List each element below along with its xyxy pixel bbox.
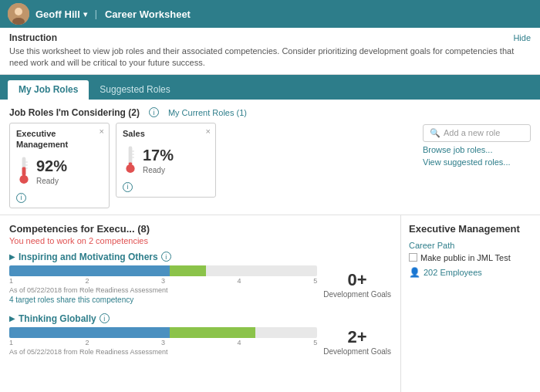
add-role-area: 🔍 Add a new role Browse job roles... Vie… — [423, 123, 531, 167]
role-card-executive: Executive Management × — [9, 123, 110, 208]
comp-bar-area-1: 12345 As of 05/22/2018 from Role Readine… — [9, 265, 317, 304]
roles-container: Executive Management × — [9, 123, 531, 208]
employees-count: 202 Employees — [424, 268, 482, 277]
dev-goals-label-2: Development Goals — [323, 347, 391, 357]
make-public-row: Make public in JML Test — [409, 253, 532, 262]
comp-row-2: 12345 As of 05/22/2018 from Role Readine… — [9, 327, 391, 357]
card-bottom-info-sales[interactable]: i — [123, 181, 209, 192]
comp-name-2: Thinking Globally — [19, 313, 96, 324]
role-card-sales: Sales × 17% — [116, 123, 216, 198]
bar-track-1 — [9, 265, 317, 276]
svg-rect-9 — [129, 147, 133, 165]
close-role-sales[interactable]: × — [206, 127, 211, 136]
bar-scale-1: 12345 — [9, 277, 317, 285]
browse-jobs-link[interactable]: Browse job roles... — [423, 145, 531, 154]
hide-button[interactable]: Hide — [513, 33, 531, 42]
instruction-label: Instruction — [9, 32, 57, 43]
dev-goals-num-2: 2+ — [323, 327, 391, 347]
readiness-pct-executive: 92% — [36, 157, 67, 175]
role-card-title: Executive Management — [16, 128, 103, 150]
role-card-title-sales: Sales — [123, 128, 209, 139]
bar-scale-2: 12345 — [9, 339, 317, 346]
competency-item-1: ▶ Inspiring and Motivating Others i 1234… — [9, 252, 391, 304]
page-title: Career Worksheet — [105, 8, 191, 20]
close-role-executive[interactable]: × — [100, 127, 104, 136]
comp-bar-area-2: 12345 As of 05/22/2018 from Role Readine… — [9, 327, 317, 356]
person-icon: 👤 — [409, 267, 420, 278]
thermometer-sales — [123, 145, 138, 176]
comp-info-icon-2[interactable]: i — [100, 313, 110, 323]
comp-subtitle: You need to work on 2 competencies — [9, 236, 391, 245]
header-divider: | — [95, 8, 97, 19]
dev-goals-2: 2+ Development Goals — [323, 327, 391, 357]
make-public-checkbox[interactable] — [409, 253, 417, 262]
competencies-area: Competencies for Execu... (8) You need t… — [0, 215, 401, 392]
dev-goals-1: 0+ Development Goals — [323, 270, 391, 299]
comp-info-icon-1[interactable]: i — [161, 252, 171, 262]
make-public-label: Make public in JML Test — [420, 253, 511, 262]
bar-green-1 — [170, 265, 207, 276]
ready-label-executive: Ready — [36, 177, 67, 185]
comp-target-link-1[interactable]: 4 target roles share this competency — [9, 296, 317, 304]
career-path-link[interactable]: Career Path — [409, 241, 532, 250]
comp-header-2[interactable]: ▶ Thinking Globally i — [9, 313, 391, 324]
dev-goals-num-1: 0+ — [323, 270, 391, 290]
svg-point-11 — [126, 164, 134, 173]
avatar — [8, 3, 29, 25]
add-role-input[interactable]: 🔍 Add a new role — [423, 124, 531, 142]
user-name[interactable]: Geoff Hill ▾ — [35, 8, 87, 20]
main-content: Job Roles I'm Considering (2) i My Curre… — [0, 100, 540, 392]
comp-header-1[interactable]: ▶ Inspiring and Motivating Others i — [9, 252, 391, 262]
side-panel-title: Executive Management — [409, 223, 532, 235]
dev-goals-label-1: Development Goals — [323, 290, 391, 299]
bar-blue-2 — [9, 327, 170, 338]
tab-bar: My Job Roles Suggested Roles — [0, 75, 540, 100]
ready-label-sales: Ready — [143, 166, 174, 174]
view-suggested-link[interactable]: View suggested roles... — [423, 157, 531, 167]
comp-title: Competencies for Execu... (8) — [9, 223, 391, 235]
bar-blue-1 — [9, 265, 170, 276]
svg-point-5 — [19, 175, 28, 184]
readiness-pct-sales: 17% — [143, 147, 174, 164]
comp-name-1: Inspiring and Motivating Others — [19, 252, 158, 262]
current-roles-link[interactable]: My Current Roles (1) — [168, 108, 247, 117]
comp-date-1: As of 05/22/2018 from Role Readiness Ass… — [9, 286, 317, 294]
app-header: Geoff Hill ▾ | Career Worksheet — [0, 0, 540, 28]
job-roles-section: Job Roles I'm Considering (2) i My Curre… — [0, 100, 540, 215]
tab-suggested-roles[interactable]: Suggested Roles — [89, 80, 181, 100]
comp-chevron-2: ▶ — [9, 314, 15, 323]
instruction-bar: Instruction Hide Use this worksheet to v… — [0, 28, 540, 75]
svg-point-1 — [15, 8, 22, 15]
employees-row: 👤 202 Employees — [409, 267, 532, 278]
thermometer-executive — [16, 156, 32, 187]
job-roles-title: Job Roles I'm Considering (2) — [9, 107, 140, 118]
comp-chevron-1: ▶ — [9, 252, 15, 261]
bar-track-2 — [9, 327, 317, 338]
card-bottom-info[interactable]: i — [16, 191, 103, 203]
side-panel: Executive Management Career Path Make pu… — [401, 215, 540, 392]
tab-my-job-roles[interactable]: My Job Roles — [8, 80, 89, 100]
bottom-section: Competencies for Execu... (8) You need t… — [0, 215, 540, 392]
comp-date-2: As of 05/22/2018 from Role Readiness Ass… — [9, 348, 317, 356]
job-roles-info-icon[interactable]: i — [149, 107, 159, 117]
competency-item-2: ▶ Thinking Globally i 12345 As of 05/22/… — [9, 313, 391, 357]
instruction-text: Use this worksheet to view job roles and… — [9, 46, 531, 69]
svg-rect-4 — [22, 167, 26, 176]
bar-green-2 — [170, 327, 256, 338]
comp-row-1: 12345 As of 05/22/2018 from Role Readine… — [9, 265, 391, 304]
